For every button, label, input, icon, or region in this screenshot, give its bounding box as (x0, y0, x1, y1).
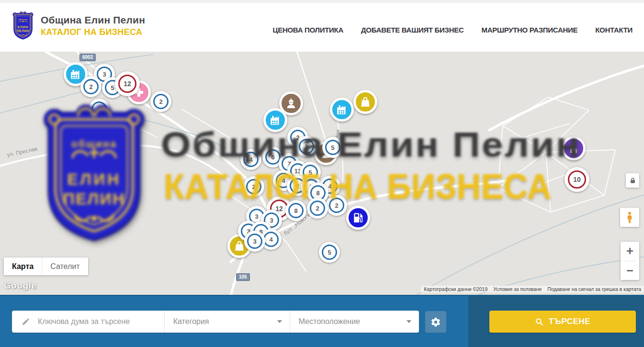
location-select[interactable]: Местоположение (290, 311, 419, 333)
map-type-satellite-button[interactable]: Сателит (42, 257, 88, 275)
site-header: Община Елин Пелин КАТАЛОГ НА БИЗНЕСА ЦЕН… (0, 0, 644, 52)
cluster-marker[interactable]: 2 (89, 99, 110, 120)
factory-icon (330, 98, 354, 122)
nav-item[interactable]: ЦЕНОВА ПОЛИТИКА (273, 26, 343, 34)
search-button-label: ТЪРСЕНЕ (549, 317, 590, 326)
factory-pin[interactable] (330, 98, 354, 128)
cluster-marker[interactable]: 2 (307, 198, 328, 219)
site-subtitle: КАТАЛОГ НА БИЗНЕСА (41, 27, 145, 37)
zoom-in-button[interactable]: + (621, 242, 639, 261)
cluster-marker[interactable]: 8 (285, 200, 306, 221)
cluster-marker[interactable]: 5 (322, 137, 343, 158)
chevron-down-icon (277, 320, 282, 323)
municipality-crest-logo (12, 11, 34, 40)
map-lock-button[interactable] (626, 173, 639, 188)
map-type-map-button[interactable]: Карта (4, 257, 42, 275)
keyword-search-input[interactable] (37, 317, 164, 326)
location-select-value: Местоположение (299, 317, 360, 326)
google-map[interactable]: ул. Преславбул. „Новоселици 6002105 3251… (0, 52, 644, 295)
pegman-icon (624, 211, 635, 224)
cluster-marker[interactable]: 2 (326, 195, 347, 216)
street-view-pegman-button[interactable] (620, 208, 639, 227)
cluster-marker[interactable]: 3 (244, 231, 265, 252)
brand[interactable]: Община Елин Пелин КАТАЛОГ НА БИЗНЕСА (12, 11, 145, 40)
category-select-value: Категория (173, 317, 209, 326)
cluster-marker[interactable]: 2 (150, 91, 171, 112)
cluster-marker[interactable]: 10 (565, 167, 589, 192)
bag-pin[interactable] (353, 90, 377, 121)
nav-item[interactable]: КОНТАКТИ (595, 26, 633, 34)
advanced-search-gear-button[interactable] (425, 311, 446, 333)
pencil-icon (22, 317, 30, 326)
attribution-link[interactable]: Подаване на сигнал за грешка в картата (544, 287, 644, 292)
cluster-marker[interactable]: 3 (296, 136, 317, 157)
site-title: Община Елин Пелин (41, 14, 145, 26)
cluster-marker[interactable]: 2 (80, 76, 102, 97)
factory-icon (263, 108, 287, 132)
search-icon (535, 317, 544, 326)
cluster-marker[interactable]: 2 (243, 176, 264, 197)
nav-item[interactable]: МАРШРУТНО РАЗПИСАНИЕ (481, 26, 577, 34)
map-attribution: Картографски данни ©2019Условия за ползв… (421, 286, 644, 292)
church-pin[interactable] (562, 136, 586, 167)
bag-icon (353, 90, 377, 114)
search-bar: Категория Местоположение ТЪРСЕНЕ (0, 295, 644, 347)
fuel-icon (346, 206, 370, 230)
church-icon (562, 136, 586, 160)
marker-layer: 325122223567413542274822128333843510 (0, 52, 644, 295)
main-nav: ЦЕНОВА ПОЛИТИКАДОБАВЕТЕ ВАШИЯТ БИЗНЕСМАР… (273, 26, 633, 34)
fuel-pin[interactable] (346, 206, 370, 236)
cluster-marker[interactable]: 4 (240, 149, 261, 170)
zoom-out-button[interactable]: − (621, 261, 639, 280)
gear-icon (430, 317, 441, 327)
search-input-group: Категория Местоположение (12, 311, 419, 333)
map-type-control: Карта Сателит (4, 257, 88, 275)
category-select[interactable]: Категория (165, 311, 290, 333)
zoom-control: + − (621, 242, 639, 280)
factory-pin[interactable] (263, 108, 287, 139)
cluster-marker[interactable]: 12 (115, 71, 140, 96)
google-logo[interactable]: Google (4, 280, 36, 291)
nav-item[interactable]: ДОБАВЕТЕ ВАШИЯТ БИЗНЕС (361, 26, 463, 34)
cluster-marker[interactable]: 5 (319, 242, 340, 263)
lock-icon (629, 177, 636, 185)
attribution-link[interactable]: Условия за ползване (490, 287, 544, 292)
search-button[interactable]: ТЪРСЕНЕ (489, 311, 636, 333)
chevron-down-icon (407, 320, 411, 323)
keyword-section (12, 311, 165, 333)
map-data-copyright: Картографски данни ©2019 (421, 287, 490, 292)
